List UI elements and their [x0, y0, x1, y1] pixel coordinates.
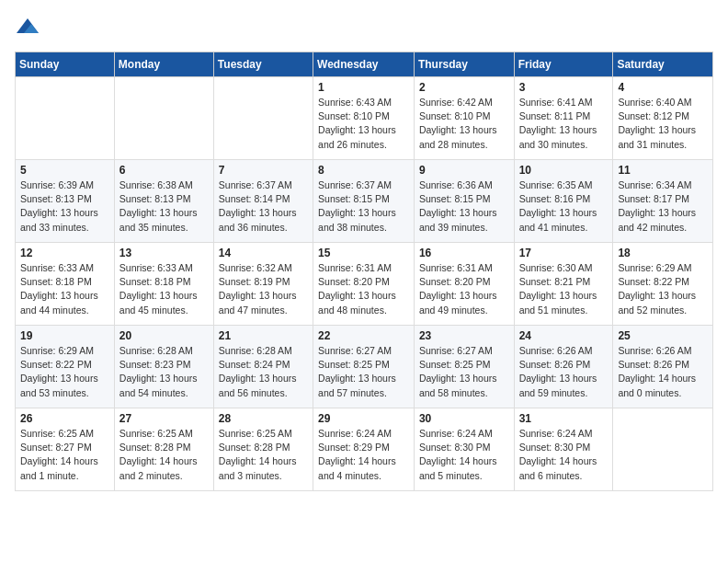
day-detail: Sunrise: 6:28 AM Sunset: 8:23 PM Dayligh…	[119, 344, 209, 400]
day-number: 4	[618, 81, 708, 94]
day-number: 18	[618, 247, 708, 259]
calendar-cell	[213, 77, 313, 160]
day-detail: Sunrise: 6:35 AM Sunset: 8:16 PM Dayligh…	[519, 178, 609, 235]
calendar-cell: 6Sunrise: 6:38 AM Sunset: 8:13 PM Daylig…	[114, 160, 213, 243]
day-detail: Sunrise: 6:30 AM Sunset: 8:21 PM Dayligh…	[519, 261, 609, 317]
calendar-cell: 21Sunrise: 6:28 AM Sunset: 8:24 PM Dayli…	[213, 326, 313, 408]
day-detail: Sunrise: 6:36 AM Sunset: 8:15 PM Dayligh…	[419, 178, 509, 235]
calendar-cell: 7Sunrise: 6:37 AM Sunset: 8:14 PM Daylig…	[213, 160, 313, 243]
day-detail: Sunrise: 6:40 AM Sunset: 8:12 PM Dayligh…	[618, 96, 708, 152]
day-number: 7	[219, 164, 308, 177]
header-thursday: Thursday	[414, 52, 514, 77]
day-detail: Sunrise: 6:37 AM Sunset: 8:14 PM Dayligh…	[219, 178, 308, 235]
calendar-cell: 18Sunrise: 6:29 AM Sunset: 8:22 PM Dayli…	[613, 243, 713, 326]
header-tuesday: Tuesday	[213, 52, 313, 77]
day-number: 25	[618, 329, 708, 342]
day-detail: Sunrise: 6:26 AM Sunset: 8:26 PM Dayligh…	[519, 344, 609, 400]
calendar-cell: 10Sunrise: 6:35 AM Sunset: 8:16 PM Dayli…	[514, 160, 613, 243]
day-number: 10	[519, 164, 609, 177]
calendar-week-3: 12Sunrise: 6:33 AM Sunset: 8:18 PM Dayli…	[16, 243, 713, 326]
header-sunday: Sunday	[16, 52, 115, 77]
day-number: 23	[419, 329, 509, 342]
calendar-cell: 23Sunrise: 6:27 AM Sunset: 8:25 PM Dayli…	[414, 326, 514, 408]
calendar-cell: 12Sunrise: 6:33 AM Sunset: 8:18 PM Dayli…	[16, 243, 115, 326]
calendar-table: SundayMondayTuesdayWednesdayThursdayFrid…	[15, 52, 713, 491]
day-number: 11	[618, 164, 708, 177]
calendar-cell: 5Sunrise: 6:39 AM Sunset: 8:13 PM Daylig…	[16, 160, 115, 243]
day-detail: Sunrise: 6:28 AM Sunset: 8:24 PM Dayligh…	[219, 344, 308, 400]
header-friday: Friday	[514, 52, 613, 77]
day-number: 3	[519, 81, 609, 94]
calendar-cell: 28Sunrise: 6:25 AM Sunset: 8:28 PM Dayli…	[213, 408, 313, 491]
day-number: 1	[318, 81, 409, 94]
calendar-cell: 15Sunrise: 6:31 AM Sunset: 8:20 PM Dayli…	[313, 243, 415, 326]
calendar-cell	[613, 408, 713, 491]
day-number: 9	[419, 164, 509, 177]
day-number: 19	[20, 329, 109, 342]
day-detail: Sunrise: 6:27 AM Sunset: 8:25 PM Dayligh…	[318, 344, 409, 400]
day-number: 15	[318, 247, 409, 259]
day-detail: Sunrise: 6:24 AM Sunset: 8:30 PM Dayligh…	[419, 427, 509, 483]
calendar-cell: 1Sunrise: 6:43 AM Sunset: 8:10 PM Daylig…	[313, 77, 415, 160]
day-number: 6	[119, 164, 209, 177]
day-number: 24	[519, 329, 609, 342]
day-number: 13	[119, 247, 209, 259]
day-number: 30	[419, 412, 509, 425]
calendar-cell: 22Sunrise: 6:27 AM Sunset: 8:25 PM Dayli…	[313, 326, 415, 408]
day-detail: Sunrise: 6:34 AM Sunset: 8:17 PM Dayligh…	[618, 178, 708, 235]
day-detail: Sunrise: 6:24 AM Sunset: 8:29 PM Dayligh…	[318, 427, 409, 483]
day-detail: Sunrise: 6:41 AM Sunset: 8:11 PM Dayligh…	[519, 96, 609, 152]
calendar-cell	[114, 77, 213, 160]
day-number: 26	[20, 412, 109, 425]
day-number: 8	[318, 164, 409, 177]
day-detail: Sunrise: 6:42 AM Sunset: 8:10 PM Dayligh…	[419, 96, 509, 152]
calendar-cell: 8Sunrise: 6:37 AM Sunset: 8:15 PM Daylig…	[313, 160, 415, 243]
calendar-cell: 25Sunrise: 6:26 AM Sunset: 8:26 PM Dayli…	[613, 326, 713, 408]
day-detail: Sunrise: 6:33 AM Sunset: 8:18 PM Dayligh…	[119, 261, 209, 317]
day-number: 20	[119, 329, 209, 342]
calendar-cell: 19Sunrise: 6:29 AM Sunset: 8:22 PM Dayli…	[16, 326, 115, 408]
day-number: 29	[318, 412, 409, 425]
day-detail: Sunrise: 6:43 AM Sunset: 8:10 PM Dayligh…	[318, 96, 409, 152]
calendar-week-2: 5Sunrise: 6:39 AM Sunset: 8:13 PM Daylig…	[16, 160, 713, 243]
calendar-week-5: 26Sunrise: 6:25 AM Sunset: 8:27 PM Dayli…	[16, 408, 713, 491]
day-detail: Sunrise: 6:25 AM Sunset: 8:27 PM Dayligh…	[20, 427, 109, 483]
day-detail: Sunrise: 6:27 AM Sunset: 8:25 PM Dayligh…	[419, 344, 509, 400]
calendar-cell: 4Sunrise: 6:40 AM Sunset: 8:12 PM Daylig…	[613, 77, 713, 160]
day-number: 16	[419, 247, 509, 259]
calendar-cell: 9Sunrise: 6:36 AM Sunset: 8:15 PM Daylig…	[414, 160, 514, 243]
logo	[15, 15, 44, 40]
day-detail: Sunrise: 6:32 AM Sunset: 8:19 PM Dayligh…	[219, 261, 308, 317]
calendar-cell: 16Sunrise: 6:31 AM Sunset: 8:20 PM Dayli…	[414, 243, 514, 326]
calendar-cell: 27Sunrise: 6:25 AM Sunset: 8:28 PM Dayli…	[114, 408, 213, 491]
calendar-week-1: 1Sunrise: 6:43 AM Sunset: 8:10 PM Daylig…	[16, 77, 713, 160]
calendar-cell: 3Sunrise: 6:41 AM Sunset: 8:11 PM Daylig…	[514, 77, 613, 160]
calendar-cell: 29Sunrise: 6:24 AM Sunset: 8:29 PM Dayli…	[313, 408, 415, 491]
calendar-cell: 13Sunrise: 6:33 AM Sunset: 8:18 PM Dayli…	[114, 243, 213, 326]
day-number: 14	[219, 247, 308, 259]
calendar-cell: 20Sunrise: 6:28 AM Sunset: 8:23 PM Dayli…	[114, 326, 213, 408]
day-number: 5	[20, 164, 109, 177]
day-detail: Sunrise: 6:31 AM Sunset: 8:20 PM Dayligh…	[318, 261, 409, 317]
day-number: 27	[119, 412, 209, 425]
logo-icon	[15, 15, 40, 40]
calendar-cell: 11Sunrise: 6:34 AM Sunset: 8:17 PM Dayli…	[613, 160, 713, 243]
calendar-cell: 24Sunrise: 6:26 AM Sunset: 8:26 PM Dayli…	[514, 326, 613, 408]
day-detail: Sunrise: 6:38 AM Sunset: 8:13 PM Dayligh…	[119, 178, 209, 235]
header-monday: Monday	[114, 52, 213, 77]
day-number: 21	[219, 329, 308, 342]
calendar-cell: 30Sunrise: 6:24 AM Sunset: 8:30 PM Dayli…	[414, 408, 514, 491]
day-number: 22	[318, 329, 409, 342]
day-detail: Sunrise: 6:37 AM Sunset: 8:15 PM Dayligh…	[318, 178, 409, 235]
day-number: 28	[219, 412, 308, 425]
calendar-cell	[16, 77, 115, 160]
day-detail: Sunrise: 6:29 AM Sunset: 8:22 PM Dayligh…	[20, 344, 109, 400]
day-detail: Sunrise: 6:33 AM Sunset: 8:18 PM Dayligh…	[20, 261, 109, 317]
header-wednesday: Wednesday	[313, 52, 415, 77]
day-detail: Sunrise: 6:39 AM Sunset: 8:13 PM Dayligh…	[20, 178, 109, 235]
day-detail: Sunrise: 6:26 AM Sunset: 8:26 PM Dayligh…	[618, 344, 708, 400]
calendar-cell: 14Sunrise: 6:32 AM Sunset: 8:19 PM Dayli…	[213, 243, 313, 326]
header-saturday: Saturday	[613, 52, 713, 77]
day-detail: Sunrise: 6:25 AM Sunset: 8:28 PM Dayligh…	[219, 427, 308, 483]
day-detail: Sunrise: 6:31 AM Sunset: 8:20 PM Dayligh…	[419, 261, 509, 317]
